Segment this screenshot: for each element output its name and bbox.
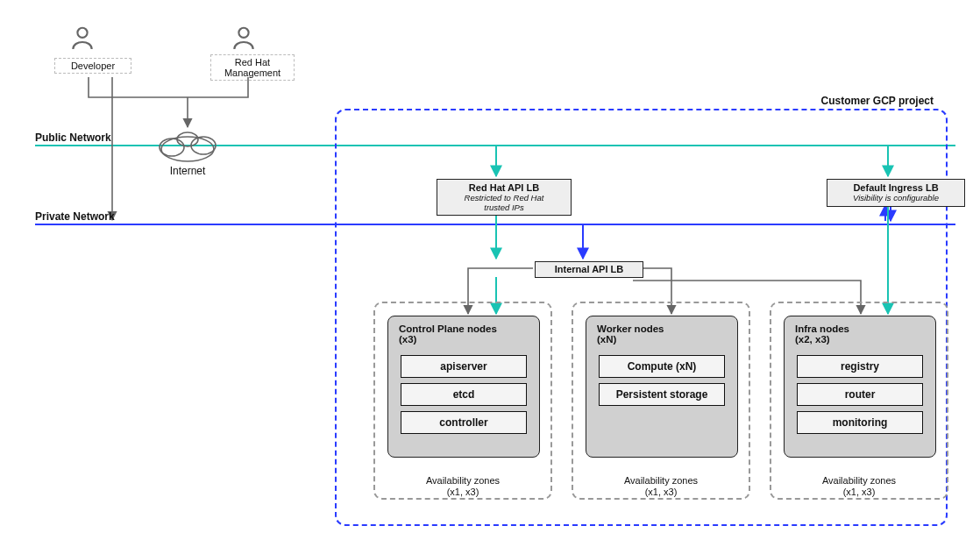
node-control-title: Control Plane nodes — [388, 316, 539, 334]
node-infra-title: Infra nodes — [785, 316, 935, 334]
az-control: Control Plane nodes (x3) apiserver etcd … — [373, 302, 552, 500]
svg-point-16 — [77, 28, 87, 38]
comp-router: router — [797, 383, 923, 406]
az-control-foot1: Availability zones — [375, 475, 550, 486]
lb-internal-api-title: Internal API LB — [555, 264, 623, 274]
lb-default-ingress: Default Ingress LB Visibility is configu… — [827, 179, 965, 207]
person-icon — [68, 25, 96, 53]
public-network-label: Public Network — [35, 131, 111, 144]
internet-label: Internet — [161, 165, 214, 177]
node-control-count: (x3) — [388, 334, 539, 350]
az-infra: Infra nodes (x2, x3) registry router mon… — [770, 302, 948, 500]
svg-point-5 — [191, 137, 216, 154]
person-icon — [230, 25, 258, 53]
svg-point-3 — [161, 137, 214, 161]
actor-developer-label: Developer — [54, 58, 131, 74]
lb-default-ingress-title: Default Ingress LB — [834, 182, 957, 194]
node-infra-count: (x2, x3) — [785, 334, 935, 350]
gcp-project-title: Customer GCP project — [821, 95, 934, 107]
node-worker-title: Worker nodes — [586, 316, 737, 334]
lb-redhat-api: Red Hat API LB Restricted to Red Hat tru… — [437, 179, 572, 216]
svg-point-6 — [177, 132, 198, 146]
svg-point-17 — [238, 28, 248, 38]
node-infra: Infra nodes (x2, x3) registry router mon… — [784, 316, 936, 458]
az-worker-foot2: (x1, x3) — [573, 487, 749, 497]
svg-point-4 — [160, 139, 184, 156]
lb-internal-api: Internal API LB — [535, 261, 643, 278]
comp-registry: registry — [797, 355, 923, 378]
node-control: Control Plane nodes (x3) apiserver etcd … — [387, 316, 540, 458]
comp-etcd: etcd — [401, 383, 527, 406]
lb-redhat-api-sub: Restricted to Red Hat trusted IPs — [444, 194, 564, 213]
comp-persistent-storage: Persistent storage — [599, 383, 725, 406]
node-worker-count: (xN) — [586, 334, 737, 350]
az-infra-foot2: (x1, x3) — [771, 487, 947, 497]
az-worker-foot1: Availability zones — [573, 475, 749, 486]
private-network-label: Private Network — [35, 210, 115, 223]
az-infra-foot1: Availability zones — [771, 475, 947, 486]
comp-monitoring: monitoring — [797, 411, 923, 434]
node-worker: Worker nodes (xN) Compute (xN) Persisten… — [586, 316, 738, 458]
lb-default-ingress-sub: Visibility is configurable — [834, 194, 957, 203]
comp-apiserver: apiserver — [401, 355, 527, 378]
comp-compute: Compute (xN) — [599, 355, 725, 378]
actor-redhat-label: Red Hat Management — [210, 54, 295, 81]
lb-redhat-api-title: Red Hat API LB — [444, 182, 564, 194]
az-worker: Worker nodes (xN) Compute (xN) Persisten… — [572, 302, 750, 500]
comp-controller: controller — [401, 411, 527, 434]
az-control-foot2: (x1, x3) — [375, 487, 550, 497]
